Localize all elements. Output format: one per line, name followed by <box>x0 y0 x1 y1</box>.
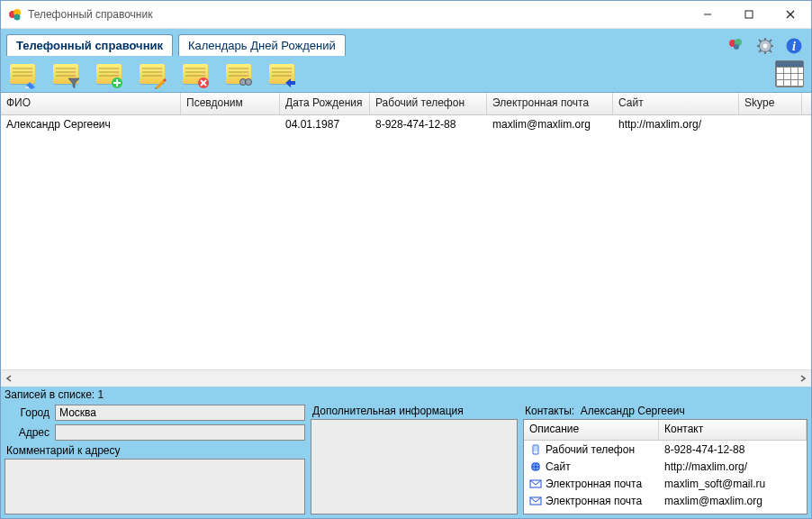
cell-fio: Александр Сергееич <box>1 115 181 135</box>
ct-desc: Электронная почта <box>546 495 642 507</box>
tab-phonebook[interactable]: Телефонный справочник <box>6 34 173 57</box>
svg-point-31 <box>246 79 252 86</box>
list-item[interactable]: Электронная почта maxlim_soft@mail.ru <box>524 475 807 492</box>
contacts-header: Описание Контакт <box>524 420 807 441</box>
window-title: Телефонный справочник <box>28 8 152 21</box>
col-nickname[interactable]: Псевдоним <box>181 93 280 114</box>
col-fio[interactable]: ФИО <box>1 93 181 114</box>
details-panel: Город Адрес Комментарий к адресу Дополни… <box>1 403 811 518</box>
grid-header: ФИО Псевдоним Дата Рождения Рабочий теле… <box>1 93 811 115</box>
svg-text:i: i <box>792 40 796 53</box>
horizontal-scrollbar[interactable] <box>1 369 811 387</box>
scroll-track[interactable] <box>17 370 795 387</box>
svg-rect-34 <box>534 446 537 451</box>
address-comment-field[interactable] <box>5 459 305 514</box>
ct-value: maxlim_soft@mail.ru <box>659 477 807 491</box>
extra-label: Дополнительная информация <box>312 405 518 417</box>
maximize-button[interactable] <box>728 1 770 28</box>
cell-dob: 04.01.1987 <box>280 115 370 135</box>
ct-value: 8-928-474-12-88 <box>659 442 807 457</box>
cell-site: http://maxlim.org/ <box>613 115 739 135</box>
phone-icon <box>529 443 542 456</box>
records-count: Записей в списке: 1 <box>1 387 811 403</box>
toolbar <box>1 56 811 93</box>
address-field[interactable] <box>55 424 305 441</box>
list-item[interactable]: Сайт http://maxlim.org/ <box>524 458 807 475</box>
mail-icon <box>529 495 542 507</box>
calendar-button[interactable] <box>773 59 806 89</box>
titlebar: Телефонный справочник <box>1 1 811 29</box>
col-contact[interactable]: Контакт <box>659 420 807 440</box>
col-workphone[interactable]: Рабочий телефон <box>370 93 487 114</box>
contacts-panel: Контакты: Александр Сергееич Описание Ко… <box>523 403 807 514</box>
contacts-label: Контакты: Александр Сергееич <box>525 405 807 417</box>
svg-line-19 <box>759 50 762 53</box>
svg-line-16 <box>759 40 762 42</box>
tab-row: Телефонный справочник Календарь Дней Рож… <box>1 29 811 56</box>
add-button[interactable] <box>93 59 125 89</box>
extra-field[interactable] <box>311 419 518 514</box>
search-button[interactable] <box>222 59 255 89</box>
svg-point-2 <box>14 14 21 21</box>
svg-line-17 <box>770 50 772 53</box>
edit-button[interactable] <box>136 59 168 89</box>
tab-calendar[interactable]: Календарь Дней Рождений <box>178 34 346 57</box>
balloons-icon[interactable] <box>726 36 746 56</box>
info-button[interactable]: i <box>784 36 804 56</box>
delete-button[interactable] <box>179 59 212 89</box>
address-label: Адрес <box>5 426 50 439</box>
ct-value: maxlim@maxlim.org <box>659 494 807 508</box>
list-item[interactable]: Рабочий телефон 8-928-474-12-88 <box>524 441 807 458</box>
col-skype[interactable]: Skype <box>739 93 802 114</box>
mail-icon <box>529 478 542 490</box>
contacts-prefix: Контакты: <box>525 405 574 417</box>
grid-body[interactable]: Александр Сергееич 04.01.1987 8-928-474-… <box>1 115 811 369</box>
scroll-right-button[interactable] <box>795 370 811 387</box>
globe-icon <box>529 460 542 473</box>
contacts-body: Рабочий телефон 8-928-474-12-88 Сайт htt… <box>524 441 807 514</box>
city-field[interactable] <box>55 405 305 421</box>
col-email[interactable]: Электронная почта <box>487 93 613 114</box>
clear-button[interactable] <box>6 59 39 89</box>
col-site[interactable]: Сайт <box>613 93 739 114</box>
address-comment-label: Комментарий к адресу <box>6 444 305 457</box>
settings-button[interactable] <box>755 36 775 56</box>
svg-point-35 <box>531 462 540 471</box>
scroll-left-button[interactable] <box>1 370 17 387</box>
ct-value: http://maxlim.org/ <box>659 460 807 474</box>
cell-email: maxlim@maxlim.org <box>487 115 613 135</box>
table-row[interactable]: Александр Сергееич 04.01.1987 8-928-474-… <box>1 115 811 135</box>
svg-point-11 <box>763 44 768 49</box>
ct-desc: Сайт <box>546 460 571 473</box>
col-dob[interactable]: Дата Рождения <box>280 93 370 114</box>
svg-rect-23 <box>25 86 29 88</box>
col-desc[interactable]: Описание <box>524 420 659 440</box>
cell-skype <box>739 115 802 135</box>
svg-line-18 <box>770 40 772 42</box>
contacts-person: Александр Сергееич <box>581 405 685 417</box>
contacts-grid: ФИО Псевдоним Дата Рождения Рабочий теле… <box>1 93 811 387</box>
svg-point-9 <box>734 44 739 50</box>
address-panel: Город Адрес Комментарий к адресу <box>5 403 305 514</box>
minimize-button[interactable] <box>687 1 728 28</box>
svg-rect-4 <box>745 11 753 18</box>
cell-nickname <box>181 115 280 135</box>
calendar-icon <box>775 60 804 87</box>
ct-desc: Электронная почта <box>546 478 642 490</box>
city-label: Город <box>5 406 50 419</box>
cell-workphone: 8-928-474-12-88 <box>370 115 487 135</box>
app-window: Телефонный справочник Телефонный справоч… <box>0 0 812 519</box>
ct-desc: Рабочий телефон <box>546 443 635 456</box>
extra-panel: Дополнительная информация <box>311 403 518 514</box>
contacts-grid: Описание Контакт Рабочий телефон 8-928-4… <box>523 419 807 514</box>
export-button[interactable] <box>266 59 298 89</box>
app-icon <box>8 7 23 22</box>
list-item[interactable]: Электронная почта maxlim@maxlim.org <box>524 492 807 509</box>
close-button[interactable] <box>770 1 811 28</box>
filter-button[interactable] <box>50 59 82 89</box>
